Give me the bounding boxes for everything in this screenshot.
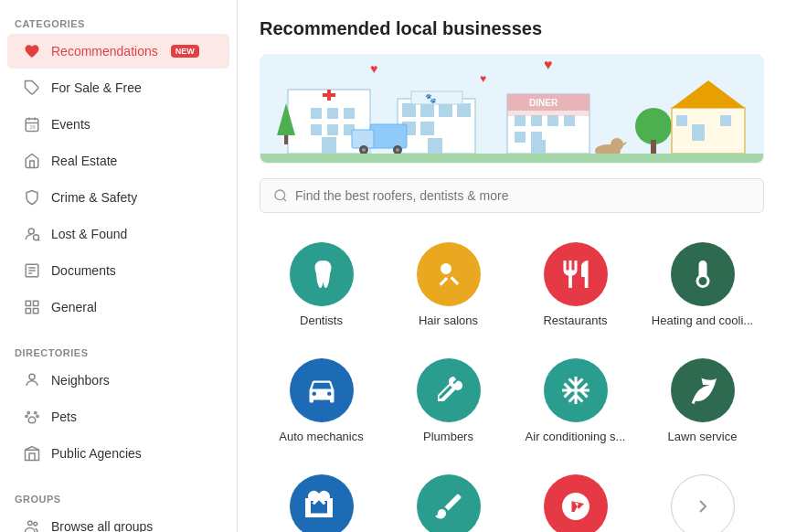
business-item-air-conditioning[interactable]: Air conditioning s... (514, 347, 637, 456)
svg-rect-50 (411, 91, 462, 104)
sidebar-item-public-agencies[interactable]: Public Agencies (7, 436, 229, 471)
svg-rect-61 (515, 115, 526, 126)
browse-groups-label: Browse all groups (51, 519, 153, 532)
hair-salons-label: Hair salons (419, 314, 478, 329)
business-item-dentists[interactable]: Dentists (260, 231, 383, 340)
business-item-hair-salons[interactable]: Hair salons (387, 231, 510, 340)
grid-icon (22, 297, 42, 317)
svg-rect-14 (34, 301, 38, 305)
svg-rect-13 (26, 301, 30, 305)
plumbers-circle (417, 358, 481, 422)
business-item-see-more[interactable]: See more (641, 463, 764, 532)
business-item-pizza-places[interactable]: Pizza places (514, 463, 637, 532)
svg-point-24 (34, 522, 37, 526)
svg-rect-41 (284, 135, 288, 144)
new-badge: New (171, 45, 199, 58)
sidebar-item-pets[interactable]: Pets (7, 399, 229, 434)
main-content: Recommended local businesses ♥ ♥ ♥ ♥ (238, 0, 786, 532)
sidebar-item-for-sale[interactable]: For Sale & Free (7, 70, 229, 105)
svg-point-84 (275, 190, 285, 200)
svg-point-55 (362, 148, 366, 152)
general-label: General (51, 300, 97, 314)
svg-rect-45 (439, 103, 452, 117)
hero-illustration: ♥ ♥ ♥ ♥ (260, 54, 764, 164)
hair-salons-circle (417, 242, 481, 306)
svg-point-17 (29, 374, 35, 379)
svg-text:♥: ♥ (544, 57, 553, 72)
dentists-circle (290, 242, 354, 306)
lost-found-label: Lost & Found (51, 227, 127, 241)
directories-section-title: Directories (0, 340, 237, 362)
building-icon (22, 443, 42, 463)
svg-rect-22 (26, 450, 39, 460)
auto-mechanics-circle (290, 358, 354, 422)
sidebar-item-crime-safety[interactable]: Crime & Safety (7, 180, 229, 215)
pizza-places-circle (544, 474, 608, 532)
calendar-icon: 26 (22, 114, 42, 134)
business-item-restaurants[interactable]: Restaurants (514, 231, 637, 340)
svg-point-6 (28, 229, 34, 234)
heating-cooling-circle (671, 242, 735, 306)
sidebar-item-neighbors[interactable]: Neighbors (7, 363, 229, 398)
auto-mechanics-label: Auto mechanics (279, 430, 364, 445)
svg-point-21 (37, 415, 38, 417)
air-conditioning-label: Air conditioning s... (526, 430, 626, 445)
svg-rect-49 (428, 138, 442, 154)
svg-point-18 (27, 411, 29, 413)
sidebar-item-recommendations[interactable]: Recommendations New (7, 34, 229, 69)
sidebar-item-lost-found[interactable]: Lost & Found (7, 217, 229, 251)
sidebar-item-browse-groups[interactable]: Browse all groups (7, 509, 229, 532)
search-bar[interactable] (260, 178, 764, 213)
business-item-house-painters[interactable]: House painters (387, 463, 510, 532)
svg-rect-44 (420, 103, 434, 117)
svg-rect-37 (322, 137, 336, 154)
svg-point-7 (34, 235, 39, 240)
svg-rect-64 (564, 115, 575, 126)
business-item-plumbers[interactable]: Plumbers (387, 347, 510, 456)
business-item-lawn-service[interactable]: Lawn service (641, 347, 764, 456)
svg-rect-52 (370, 124, 407, 148)
svg-rect-67 (531, 140, 546, 154)
svg-rect-63 (547, 115, 558, 126)
svg-point-19 (35, 411, 37, 413)
svg-text:26: 26 (30, 124, 36, 130)
svg-rect-81 (676, 115, 687, 126)
svg-text:♥: ♥ (370, 61, 377, 76)
svg-rect-32 (327, 108, 338, 119)
documents-label: Documents (51, 263, 116, 278)
search-input[interactable] (295, 188, 750, 203)
svg-rect-78 (672, 108, 745, 154)
sidebar-item-general[interactable]: General (7, 290, 229, 325)
air-conditioning-circle (544, 358, 608, 422)
lawn-service-circle (671, 358, 735, 422)
svg-rect-80 (692, 124, 705, 141)
svg-rect-46 (457, 103, 471, 117)
heating-cooling-label: Heating and cooli... (652, 314, 753, 329)
sidebar-item-events[interactable]: 26 Events (7, 107, 229, 142)
heart-icon (22, 41, 42, 61)
paw-icon (22, 407, 42, 427)
home-icon (22, 151, 42, 171)
events-label: Events (51, 117, 90, 132)
svg-rect-34 (311, 124, 322, 135)
business-item-real-estate-agents[interactable]: Real estate agents (260, 463, 383, 532)
svg-line-85 (283, 198, 286, 201)
neighbors-label: Neighbors (51, 373, 110, 388)
public-agencies-label: Public Agencies (51, 446, 142, 461)
business-item-auto-mechanics[interactable]: Auto mechanics (260, 347, 383, 456)
lawn-service-label: Lawn service (668, 430, 738, 445)
person-icon (22, 370, 42, 390)
group-icon (22, 516, 42, 532)
sidebar-item-documents[interactable]: Documents (7, 253, 229, 288)
svg-point-20 (26, 415, 27, 417)
sidebar-item-real-estate[interactable]: Real Estate (7, 144, 229, 178)
tag-icon (22, 78, 42, 98)
recommendations-label: Recommendations (51, 44, 158, 59)
for-sale-label: For Sale & Free (51, 80, 142, 95)
groups-section-title: Groups (0, 486, 237, 508)
svg-rect-77 (651, 140, 656, 154)
svg-text:♥: ♥ (480, 72, 486, 85)
business-item-heating-cooling[interactable]: Heating and cooli... (641, 231, 764, 340)
svg-text:🐾: 🐾 (425, 92, 437, 104)
svg-point-70 (611, 138, 623, 151)
